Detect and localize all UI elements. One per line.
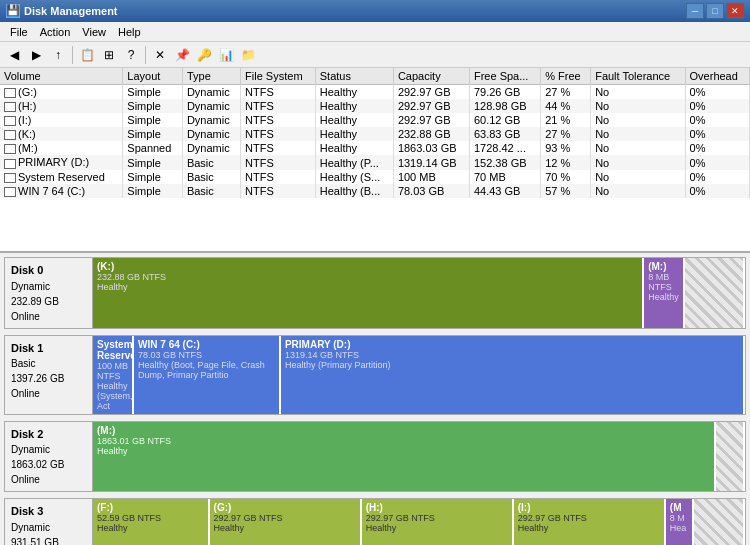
partition-block[interactable]: [716, 422, 745, 492]
back-button[interactable]: ◀: [4, 45, 24, 65]
table-row[interactable]: (K:) Simple Dynamic NTFS Healthy 232.88 …: [0, 127, 750, 141]
cell-fs: NTFS: [241, 99, 316, 113]
disk-status: Online: [11, 309, 86, 324]
col-fs[interactable]: File System: [241, 68, 316, 85]
partition-status: Healthy: [214, 523, 356, 533]
col-capacity[interactable]: Capacity: [393, 68, 469, 85]
partition-block[interactable]: [685, 258, 745, 328]
icon5[interactable]: 🔑: [194, 45, 214, 65]
cell-status: Healthy (P...: [315, 155, 393, 169]
cell-type: Dynamic: [182, 141, 240, 155]
cell-overhead: 0%: [685, 113, 749, 127]
disk-type: Dynamic: [11, 520, 86, 535]
maximize-button[interactable]: □: [706, 3, 724, 19]
partition-block[interactable]: PRIMARY (D:) 1319.14 GB NTFS Healthy (Pr…: [281, 336, 745, 414]
partition-block[interactable]: (G:) 292.97 GB NTFS Healthy: [210, 499, 362, 545]
menu-file[interactable]: File: [4, 25, 34, 39]
properties-button[interactable]: ⊞: [99, 45, 119, 65]
help-icon-btn[interactable]: ?: [121, 45, 141, 65]
cell-layout: Simple: [123, 127, 183, 141]
icon6[interactable]: 📊: [216, 45, 236, 65]
forward-button[interactable]: ▶: [26, 45, 46, 65]
col-status[interactable]: Status: [315, 68, 393, 85]
partition-block[interactable]: WIN 7 64 (C:) 78.03 GB NTFS Healthy (Boo…: [134, 336, 281, 414]
close-button[interactable]: ✕: [726, 3, 744, 19]
cell-free: 1728.42 ...: [469, 141, 540, 155]
partition-block[interactable]: (F:) 52.59 GB NTFS Healthy: [93, 499, 210, 545]
col-volume[interactable]: Volume: [0, 68, 123, 85]
col-pct[interactable]: % Free: [541, 68, 591, 85]
cell-overhead: 0%: [685, 141, 749, 155]
cell-type: Dynamic: [182, 113, 240, 127]
show-hide-button[interactable]: 📋: [77, 45, 97, 65]
disk-label: Disk 2 Dynamic 1863.02 GB Online: [5, 422, 93, 492]
cell-pct: 70 %: [541, 170, 591, 184]
cell-fs: NTFS: [241, 184, 316, 198]
cell-status: Healthy: [315, 85, 393, 100]
minimize-button[interactable]: ─: [686, 3, 704, 19]
partition-block[interactable]: (K:) 232.88 GB NTFS Healthy: [93, 258, 644, 328]
table-row[interactable]: (I:) Simple Dynamic NTFS Healthy 292.97 …: [0, 113, 750, 127]
partition-block[interactable]: [694, 499, 745, 545]
table-row[interactable]: PRIMARY (D:) Simple Basic NTFS Healthy (…: [0, 155, 750, 169]
partition-status: Healthy: [97, 282, 638, 292]
cell-overhead: 0%: [685, 184, 749, 198]
cell-pct: 21 %: [541, 113, 591, 127]
table-row[interactable]: (M:) Spanned Dynamic NTFS Healthy 1863.0…: [0, 141, 750, 155]
cell-type: Dynamic: [182, 127, 240, 141]
table-header-row: Volume Layout Type File System Status Ca…: [0, 68, 750, 85]
icon7[interactable]: 📁: [238, 45, 258, 65]
partition-block[interactable]: (M 8 M Hea: [666, 499, 694, 545]
cell-volume: (I:): [0, 113, 123, 127]
cell-free: 60.12 GB: [469, 113, 540, 127]
cell-pct: 93 %: [541, 141, 591, 155]
partition-block[interactable]: (H:) 292.97 GB NTFS Healthy: [362, 499, 514, 545]
partition-status: Healthy: [518, 523, 660, 533]
cell-layout: Simple: [123, 85, 183, 100]
menu-view[interactable]: View: [76, 25, 112, 39]
partition-block[interactable]: (M:) 8 MB NTFS Healthy: [644, 258, 685, 328]
cell-capacity: 100 MB: [393, 170, 469, 184]
cell-free: 79.26 GB: [469, 85, 540, 100]
cell-layout: Simple: [123, 113, 183, 127]
col-fault[interactable]: Fault Tolerance: [591, 68, 685, 85]
icon4[interactable]: 📌: [172, 45, 192, 65]
disk-name: Disk 2: [11, 426, 86, 443]
table-row[interactable]: System Reserved Simple Basic NTFS Health…: [0, 170, 750, 184]
partition-name: (I:): [518, 502, 660, 513]
title-bar: 💾 Disk Management ─ □ ✕: [0, 0, 750, 22]
table-row[interactable]: WIN 7 64 (C:) Simple Basic NTFS Healthy …: [0, 184, 750, 198]
app-icon: 💾: [6, 4, 20, 18]
cell-volume: (H:): [0, 99, 123, 113]
partition-name: (M: [670, 502, 688, 513]
partition-block[interactable]: (M:) 1863.01 GB NTFS Healthy: [93, 422, 716, 492]
disk-size: 1397.26 GB: [11, 371, 86, 386]
menu-action[interactable]: Action: [34, 25, 77, 39]
disk-name: Disk 0: [11, 262, 86, 279]
cell-type: Dynamic: [182, 99, 240, 113]
cell-fs: NTFS: [241, 141, 316, 155]
cell-fault: No: [591, 155, 685, 169]
cell-capacity: 78.03 GB: [393, 184, 469, 198]
disk-type: Dynamic: [11, 442, 86, 457]
icon3[interactable]: ✕: [150, 45, 170, 65]
cell-fs: NTFS: [241, 127, 316, 141]
col-layout[interactable]: Layout: [123, 68, 183, 85]
col-overhead[interactable]: Overhead: [685, 68, 749, 85]
table-row[interactable]: (H:) Simple Dynamic NTFS Healthy 292.97 …: [0, 99, 750, 113]
disk-area[interactable]: Disk 0 Dynamic 232.89 GB Online (K:) 232…: [0, 253, 750, 545]
col-type[interactable]: Type: [182, 68, 240, 85]
menu-help[interactable]: Help: [112, 25, 147, 39]
disk-partitions: (K:) 232.88 GB NTFS Healthy (M:) 8 MB NT…: [93, 258, 745, 328]
disk-type: Basic: [11, 356, 86, 371]
partition-name: (K:): [97, 261, 638, 272]
partition-status: Healthy (Boot, Page File, Crash Dump, Pr…: [138, 360, 275, 380]
up-button[interactable]: ↑: [48, 45, 68, 65]
volume-table-area[interactable]: Volume Layout Type File System Status Ca…: [0, 68, 750, 253]
disk-name: Disk 3: [11, 503, 86, 520]
cell-volume: (K:): [0, 127, 123, 141]
col-free[interactable]: Free Spa...: [469, 68, 540, 85]
table-row[interactable]: (G:) Simple Dynamic NTFS Healthy 292.97 …: [0, 85, 750, 100]
partition-block[interactable]: (I:) 292.97 GB NTFS Healthy: [514, 499, 666, 545]
partition-block[interactable]: System Reserved 100 MB NTFS Healthy (Sys…: [93, 336, 134, 414]
